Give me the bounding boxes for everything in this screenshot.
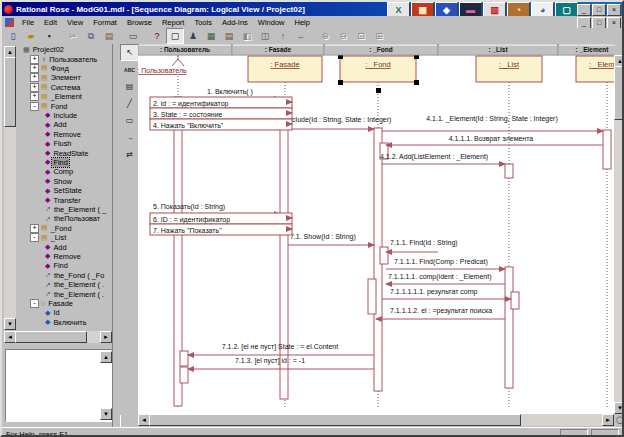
selection-handle[interactable]: [338, 80, 343, 85]
diagram-vertical-scrollbar[interactable]: ▲ ▼: [614, 55, 624, 414]
fit-window-button[interactable]: ⊡: [352, 28, 370, 44]
menu-add-ins[interactable]: Add-Ins: [217, 18, 253, 27]
save-button[interactable]: ▪: [40, 28, 58, 44]
tree-item-the_element-[interactable]: ↗the_Element ( .: [45, 289, 105, 298]
menu-file[interactable]: File: [17, 18, 39, 27]
cut-button[interactable]: ✂: [64, 28, 82, 44]
tree-item-the_fond-_fo[interactable]: ↗the_Fond ( _Fo: [45, 271, 105, 280]
tree-item-fasade[interactable]: -○Fasade: [30, 299, 74, 308]
browse-component-button[interactable]: ▤: [220, 28, 238, 44]
activation-bar-11[interactable]: [603, 130, 611, 169]
expand-toggle[interactable]: +: [30, 73, 39, 82]
activation-bar-7[interactable]: [368, 279, 376, 314]
expand-toggle[interactable]: +: [30, 224, 39, 233]
activation-bar-3[interactable]: [280, 99, 288, 399]
tree-item-setstate[interactable]: ◆SetState: [45, 186, 83, 195]
activation-bar-6[interactable]: [380, 247, 388, 264]
selection-handle[interactable]: [376, 88, 381, 93]
collapse-toggle[interactable]: -: [30, 102, 39, 111]
scroll-down-button[interactable]: ▼: [4, 318, 16, 330]
activation-bar-10[interactable]: [511, 292, 519, 309]
tree-item-id[interactable]: ◆Id: [45, 308, 61, 317]
paste-button[interactable]: ▤: [100, 28, 118, 44]
scroll-right-button[interactable]: ►: [100, 331, 112, 343]
tree-item-flush[interactable]: ◆Flush: [45, 139, 72, 148]
restore-button[interactable]: □: [592, 4, 606, 16]
tree-item-readstate[interactable]: ◆ReadState: [45, 148, 89, 157]
pointer-tool[interactable]: ↖: [120, 44, 139, 61]
browse-parent-button[interactable]: ◫: [256, 28, 274, 44]
zoom-in-button[interactable]: ⊕: [316, 28, 334, 44]
menu-tools[interactable]: Tools: [189, 18, 217, 27]
scroll-thumb[interactable]: [4, 57, 16, 127]
browse-usecase-button[interactable]: ♟: [184, 28, 202, 44]
scroll-thumb[interactable]: [15, 331, 87, 343]
menu-edit[interactable]: Edit: [39, 18, 62, 27]
browse-interaction-button[interactable]: ▦: [202, 28, 220, 44]
tree-item-transfer[interactable]: ◆Transfer: [45, 195, 82, 204]
tree-item-фонд[interactable]: +▤Фонд: [30, 64, 70, 73]
scroll-thumb[interactable]: [614, 66, 624, 120]
tree-item-включить[interactable]: ◆Включить: [45, 318, 88, 327]
menu-window[interactable]: Window: [253, 18, 290, 27]
collapse-toggle[interactable]: -: [30, 233, 39, 242]
tree-item-_fond[interactable]: +▤_Fond: [30, 224, 73, 233]
activation-bar-2[interactable]: [180, 367, 188, 383]
activation-bar-8[interactable]: [505, 164, 513, 178]
child-window-icon[interactable]: [5, 18, 14, 27]
expand-toggle[interactable]: +: [30, 83, 39, 92]
doc-scroll-up-button[interactable]: ▲: [100, 351, 112, 363]
tree-item-remove[interactable]: ◆Remove: [45, 252, 82, 261]
new-button[interactable]: ▯: [4, 28, 22, 44]
menu-help[interactable]: Help: [290, 18, 315, 27]
tree-item-элемент[interactable]: +▤Элемент: [30, 73, 82, 82]
doc-scroll-down-button[interactable]: ▼: [100, 408, 112, 420]
undo-fit-button[interactable]: ⊞: [370, 28, 388, 44]
tree-horizontal-scrollbar[interactable]: ◄ ►: [4, 331, 112, 343]
menu-report[interactable]: Report: [157, 18, 190, 27]
activation-bar-1[interactable]: [180, 351, 188, 366]
tree-item-show[interactable]: ◆Show: [45, 177, 73, 186]
message-tool[interactable]: →: [120, 129, 139, 146]
diagram-horizontal-scrollbar[interactable]: ◄ ►: [138, 414, 614, 426]
browse-up-button[interactable]: ↑: [274, 28, 292, 44]
frame-button[interactable]: ▢: [166, 28, 184, 44]
object-tool[interactable]: ▭: [120, 112, 139, 129]
anchor-note-tool[interactable]: ╱: [120, 95, 139, 112]
scroll-down-button[interactable]: ▼: [614, 402, 624, 414]
self-message-tool[interactable]: ⇄: [120, 146, 139, 163]
tree-item-theпользоват[interactable]: ↗theПользоват: [45, 214, 101, 223]
expand-toggle[interactable]: +: [30, 64, 39, 73]
selection-handle[interactable]: [414, 80, 419, 85]
browse-previous-button[interactable]: ←: [292, 28, 310, 44]
expand-toggle[interactable]: +: [30, 92, 39, 101]
tree-item-project02[interactable]: ▦Project02: [23, 45, 65, 54]
tree-item-find[interactable]: ◆Find: [45, 261, 69, 270]
note-tool[interactable]: ▤: [120, 78, 139, 95]
tree-item-comp[interactable]: ◆Comp: [45, 167, 74, 176]
scroll-thumb[interactable]: [149, 414, 521, 426]
documentation-panel[interactable]: ▲ ▼: [5, 349, 114, 422]
tree-item-_element[interactable]: +▤_Element: [30, 92, 83, 101]
tree-item-the_element-_[interactable]: ↗the_Element ( _: [45, 205, 107, 214]
browse-state-button[interactable]: ◧: [238, 28, 256, 44]
close-button[interactable]: ×: [607, 4, 621, 16]
tree-item-find[interactable]: ◆Find: [45, 158, 69, 167]
copy-button[interactable]: ⧉: [82, 28, 100, 44]
open-button[interactable]: ▰: [22, 28, 40, 44]
tree-item-_list[interactable]: -▤_List: [30, 233, 67, 242]
minimize-button[interactable]: _: [577, 4, 591, 16]
menu-format[interactable]: Format: [88, 18, 122, 27]
scroll-right-button[interactable]: ►: [602, 414, 614, 426]
menu-browse[interactable]: Browse: [122, 18, 157, 27]
menu-view[interactable]: View: [62, 18, 88, 27]
tree-item-пользователь[interactable]: +♀Пользователь: [30, 54, 98, 63]
tree-item-remove[interactable]: ◆Remove: [45, 130, 82, 139]
expand-toggle[interactable]: +: [30, 55, 39, 64]
tree-item-система[interactable]: +▤Система: [30, 83, 81, 92]
resize-grip[interactable]: ◯: [614, 414, 624, 426]
tree-item-include[interactable]: ◆Include: [45, 111, 78, 120]
collapse-toggle[interactable]: -: [30, 299, 39, 308]
tree-item-add[interactable]: ◆Add: [45, 242, 68, 251]
tree-item-the_element-[interactable]: ↗the_Element ( .: [45, 280, 105, 289]
